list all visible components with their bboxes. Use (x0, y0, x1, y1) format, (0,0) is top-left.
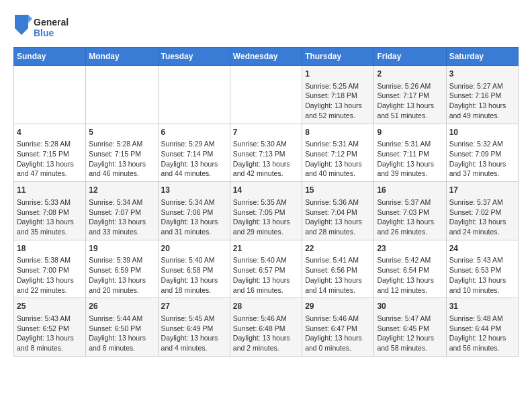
day-number: 12 (89, 185, 154, 196)
day-cell: 6Sunrise: 5:29 AM Sunset: 7:14 PM Daylig… (158, 124, 230, 182)
day-info: Sunrise: 5:28 AM Sunset: 7:15 PM Dayligh… (17, 139, 83, 179)
day-info: Sunrise: 5:48 AM Sunset: 6:44 PM Dayligh… (449, 314, 515, 353)
header: GeneralBlue (13, 13, 519, 40)
day-number: 25 (17, 301, 83, 312)
day-info: Sunrise: 5:33 AM Sunset: 7:08 PM Dayligh… (17, 197, 83, 237)
day-number: 26 (89, 301, 154, 312)
day-info: Sunrise: 5:25 AM Sunset: 7:18 PM Dayligh… (305, 81, 371, 121)
week-row-2: 11Sunrise: 5:33 AM Sunset: 7:08 PM Dayli… (14, 182, 519, 240)
day-number: 3 (449, 68, 515, 80)
day-info: Sunrise: 5:29 AM Sunset: 7:14 PM Dayligh… (161, 139, 227, 179)
day-info: Sunrise: 5:31 AM Sunset: 7:12 PM Dayligh… (305, 139, 371, 179)
day-info: Sunrise: 5:41 AM Sunset: 6:56 PM Dayligh… (305, 255, 371, 295)
header-cell-sunday: Sunday (14, 48, 86, 66)
day-cell (230, 66, 302, 124)
day-cell (14, 66, 86, 124)
day-info: Sunrise: 5:32 AM Sunset: 7:09 PM Dayligh… (449, 139, 515, 179)
day-number: 18 (17, 243, 83, 255)
day-cell: 16Sunrise: 5:37 AM Sunset: 7:03 PM Dayli… (374, 182, 446, 240)
day-cell: 23Sunrise: 5:42 AM Sunset: 6:54 PM Dayli… (374, 240, 446, 298)
day-info: Sunrise: 5:27 AM Sunset: 7:16 PM Dayligh… (449, 81, 515, 121)
day-number: 17 (449, 185, 515, 196)
day-cell: 17Sunrise: 5:37 AM Sunset: 7:02 PM Dayli… (446, 182, 518, 240)
day-number: 9 (377, 127, 443, 138)
day-cell: 27Sunrise: 5:45 AM Sunset: 6:49 PM Dayli… (158, 298, 230, 357)
day-info: Sunrise: 5:46 AM Sunset: 6:47 PM Dayligh… (305, 314, 371, 353)
day-number: 7 (233, 127, 299, 138)
day-info: Sunrise: 5:43 AM Sunset: 6:52 PM Dayligh… (17, 314, 83, 353)
day-info: Sunrise: 5:43 AM Sunset: 6:53 PM Dayligh… (449, 255, 515, 295)
day-info: Sunrise: 5:44 AM Sunset: 6:50 PM Dayligh… (89, 314, 154, 353)
day-info: Sunrise: 5:40 AM Sunset: 6:58 PM Dayligh… (161, 255, 227, 295)
day-cell: 13Sunrise: 5:34 AM Sunset: 7:06 PM Dayli… (158, 182, 230, 240)
header-cell-thursday: Thursday (302, 48, 374, 66)
header-cell-wednesday: Wednesday (230, 48, 302, 66)
day-cell: 5Sunrise: 5:28 AM Sunset: 7:15 PM Daylig… (86, 124, 158, 182)
day-cell: 10Sunrise: 5:32 AM Sunset: 7:09 PM Dayli… (446, 124, 518, 182)
logo-svg: GeneralBlue (13, 13, 74, 40)
day-cell (158, 66, 230, 124)
svg-text:General: General (34, 17, 69, 28)
day-number: 31 (449, 301, 515, 312)
day-cell: 8Sunrise: 5:31 AM Sunset: 7:12 PM Daylig… (302, 124, 374, 182)
day-cell: 12Sunrise: 5:34 AM Sunset: 7:07 PM Dayli… (86, 182, 158, 240)
day-cell: 4Sunrise: 5:28 AM Sunset: 7:15 PM Daylig… (14, 124, 86, 182)
day-info: Sunrise: 5:30 AM Sunset: 7:13 PM Dayligh… (233, 139, 299, 179)
day-info: Sunrise: 5:38 AM Sunset: 7:00 PM Dayligh… (17, 255, 83, 295)
day-number: 5 (89, 127, 154, 138)
day-number: 15 (305, 185, 371, 196)
day-number: 8 (305, 127, 371, 138)
day-info: Sunrise: 5:37 AM Sunset: 7:02 PM Dayligh… (449, 197, 515, 237)
day-info: Sunrise: 5:37 AM Sunset: 7:03 PM Dayligh… (377, 197, 443, 237)
day-info: Sunrise: 5:39 AM Sunset: 6:59 PM Dayligh… (89, 255, 154, 295)
header-cell-monday: Monday (86, 48, 158, 66)
day-cell: 21Sunrise: 5:40 AM Sunset: 6:57 PM Dayli… (230, 240, 302, 298)
day-cell: 22Sunrise: 5:41 AM Sunset: 6:56 PM Dayli… (302, 240, 374, 298)
week-row-4: 25Sunrise: 5:43 AM Sunset: 6:52 PM Dayli… (14, 298, 519, 357)
day-info: Sunrise: 5:35 AM Sunset: 7:05 PM Dayligh… (233, 197, 299, 237)
day-cell: 19Sunrise: 5:39 AM Sunset: 6:59 PM Dayli… (86, 240, 158, 298)
day-cell: 31Sunrise: 5:48 AM Sunset: 6:44 PM Dayli… (446, 298, 518, 357)
day-info: Sunrise: 5:36 AM Sunset: 7:04 PM Dayligh… (305, 197, 371, 237)
calendar-body: 1Sunrise: 5:25 AM Sunset: 7:18 PM Daylig… (14, 66, 519, 357)
day-info: Sunrise: 5:34 AM Sunset: 7:07 PM Dayligh… (89, 197, 154, 237)
day-cell: 1Sunrise: 5:25 AM Sunset: 7:18 PM Daylig… (302, 66, 374, 124)
day-number: 21 (233, 243, 299, 255)
day-cell: 20Sunrise: 5:40 AM Sunset: 6:58 PM Dayli… (158, 240, 230, 298)
day-number: 10 (449, 127, 515, 138)
day-number: 29 (305, 301, 371, 312)
day-number: 20 (161, 243, 227, 255)
day-cell: 14Sunrise: 5:35 AM Sunset: 7:05 PM Dayli… (230, 182, 302, 240)
day-number: 2 (377, 68, 443, 80)
day-info: Sunrise: 5:26 AM Sunset: 7:17 PM Dayligh… (377, 81, 443, 121)
week-row-3: 18Sunrise: 5:38 AM Sunset: 7:00 PM Dayli… (14, 240, 519, 298)
day-info: Sunrise: 5:46 AM Sunset: 6:48 PM Dayligh… (233, 314, 299, 353)
day-number: 14 (233, 185, 299, 196)
day-cell: 3Sunrise: 5:27 AM Sunset: 7:16 PM Daylig… (446, 66, 518, 124)
day-info: Sunrise: 5:31 AM Sunset: 7:11 PM Dayligh… (377, 139, 443, 179)
day-info: Sunrise: 5:42 AM Sunset: 6:54 PM Dayligh… (377, 255, 443, 295)
day-cell: 29Sunrise: 5:46 AM Sunset: 6:47 PM Dayli… (302, 298, 374, 357)
header-row: SundayMondayTuesdayWednesdayThursdayFrid… (14, 48, 519, 66)
day-info: Sunrise: 5:28 AM Sunset: 7:15 PM Dayligh… (89, 139, 154, 179)
day-cell: 18Sunrise: 5:38 AM Sunset: 7:00 PM Dayli… (14, 240, 86, 298)
day-cell: 28Sunrise: 5:46 AM Sunset: 6:48 PM Dayli… (230, 298, 302, 357)
day-cell: 2Sunrise: 5:26 AM Sunset: 7:17 PM Daylig… (374, 66, 446, 124)
day-number: 22 (305, 243, 371, 255)
logo: GeneralBlue (13, 13, 74, 40)
day-number: 4 (17, 127, 83, 138)
header-cell-tuesday: Tuesday (158, 48, 230, 66)
day-info: Sunrise: 5:45 AM Sunset: 6:49 PM Dayligh… (161, 314, 227, 353)
week-row-0: 1Sunrise: 5:25 AM Sunset: 7:18 PM Daylig… (14, 66, 519, 124)
day-cell: 15Sunrise: 5:36 AM Sunset: 7:04 PM Dayli… (302, 182, 374, 240)
day-cell: 9Sunrise: 5:31 AM Sunset: 7:11 PM Daylig… (374, 124, 446, 182)
header-cell-friday: Friday (374, 48, 446, 66)
day-number: 11 (17, 185, 83, 196)
day-number: 1 (305, 68, 371, 80)
header-cell-saturday: Saturday (446, 48, 518, 66)
day-number: 19 (89, 243, 154, 255)
day-cell: 24Sunrise: 5:43 AM Sunset: 6:53 PM Dayli… (446, 240, 518, 298)
day-cell: 11Sunrise: 5:33 AM Sunset: 7:08 PM Dayli… (14, 182, 86, 240)
svg-text:Blue: Blue (34, 28, 54, 38)
day-number: 24 (449, 243, 515, 255)
